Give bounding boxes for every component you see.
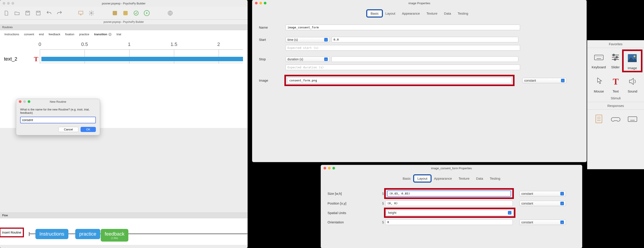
tab-consent[interactable]: consent xyxy=(22,32,36,37)
flow-node-practice[interactable]: practice xyxy=(75,229,100,239)
ok-button[interactable]: OK xyxy=(80,127,96,132)
close-icon[interactable] xyxy=(255,2,258,5)
minimize-icon[interactable] xyxy=(7,2,10,5)
compile-py-icon[interactable] xyxy=(112,10,118,17)
expected-start-input[interactable] xyxy=(286,45,520,51)
text-component-icon: T xyxy=(34,55,38,63)
image-update-select[interactable]: constant⌄ xyxy=(522,78,566,83)
units-select[interactable]: height⌄ xyxy=(386,210,514,215)
flow-node-feedback[interactable]: feedback (1.00s) xyxy=(101,229,128,241)
tab-basic[interactable]: Basic xyxy=(367,10,382,17)
zoom-icon[interactable] xyxy=(264,2,266,5)
routine-tabs: Instructions consent end feedback fixati… xyxy=(0,30,248,37)
close-icon[interactable] xyxy=(19,100,22,103)
form-icon xyxy=(593,113,605,125)
insert-routine-button[interactable]: Insert Routine xyxy=(0,228,23,237)
name-input[interactable] xyxy=(286,25,520,30)
tab-basic[interactable]: Basic xyxy=(399,175,414,182)
builder-toolbar xyxy=(0,7,248,20)
globe-icon[interactable] xyxy=(167,10,174,17)
tab-transition[interactable]: transition✕ xyxy=(92,32,114,37)
monitor-icon[interactable] xyxy=(78,10,84,17)
component-image[interactable]: Image xyxy=(624,51,641,71)
open-folder-icon[interactable] xyxy=(14,10,20,17)
tab-appearance[interactable]: Appearance xyxy=(431,175,455,182)
tab-texture[interactable]: Texture xyxy=(423,10,440,17)
component-slider[interactable]: Slider xyxy=(607,51,624,71)
start-type-select[interactable]: time (s)⌄ xyxy=(286,37,330,42)
stop-type-select[interactable]: duration (s)⌄ xyxy=(286,57,330,62)
svg-rect-0 xyxy=(26,11,30,15)
component-text[interactable]: T Text xyxy=(607,75,624,93)
minimize-icon[interactable] xyxy=(259,2,262,5)
tab-testing[interactable]: Testing xyxy=(486,175,504,182)
settings-icon[interactable] xyxy=(88,10,95,17)
position-update-select[interactable]: constant⌄ xyxy=(520,201,566,206)
svg-rect-2 xyxy=(36,11,40,15)
minimize-icon[interactable] xyxy=(328,167,331,170)
builder-titlebar: posner.psyexp - PsychoPy Builder xyxy=(0,0,248,7)
component-mouse[interactable]: Mouse xyxy=(590,75,607,93)
redo-icon[interactable] xyxy=(56,10,63,17)
component-keyboard-response[interactable] xyxy=(624,113,641,125)
size-input[interactable] xyxy=(387,191,511,197)
chevron-down-icon: ⌄ xyxy=(560,192,564,195)
tab-data[interactable]: Data xyxy=(440,10,454,17)
tab-trial[interactable]: trial xyxy=(114,32,123,37)
builder-subtitle: posner.psyexp - PsychoPy Builder xyxy=(0,20,248,25)
mouse-icon xyxy=(593,75,605,88)
undo-icon[interactable] xyxy=(46,10,52,17)
svg-point-22 xyxy=(614,59,616,60)
tab-practice[interactable]: practice xyxy=(77,32,92,37)
component-timeline-bar[interactable] xyxy=(42,57,243,61)
svg-rect-1 xyxy=(27,11,29,12)
tab-appearance[interactable]: Appearance xyxy=(398,10,423,17)
component-row-text2[interactable]: text_2 T xyxy=(4,53,243,65)
tab-instructions[interactable]: Instructions xyxy=(2,32,21,37)
chevron-down-icon: ⌄ xyxy=(560,220,564,224)
tab-layout[interactable]: Layout xyxy=(414,175,431,182)
svg-point-24 xyxy=(634,55,635,57)
flow-node-instructions[interactable]: Instructions xyxy=(36,229,68,239)
close-icon[interactable] xyxy=(3,2,5,5)
favorites-category-label: Favorites xyxy=(587,40,644,48)
zoom-icon[interactable] xyxy=(332,167,335,170)
text-icon: T xyxy=(610,75,622,88)
component-keyboard[interactable]: Keyboard xyxy=(590,51,607,71)
cancel-button[interactable]: Cancel xyxy=(58,127,78,132)
component-sound[interactable]: Sound xyxy=(624,75,641,93)
close-tab-icon[interactable]: ✕ xyxy=(108,33,112,36)
properties-tabs: Basic Layout Appearance Texture Data Tes… xyxy=(252,6,586,19)
orientation-input[interactable] xyxy=(385,219,513,225)
routine-name-input[interactable] xyxy=(20,117,96,123)
tab-testing[interactable]: Testing xyxy=(454,10,472,17)
tab-texture[interactable]: Texture xyxy=(455,175,473,182)
tab-feedback[interactable]: feedback xyxy=(46,32,63,37)
compile-js-icon[interactable] xyxy=(122,10,129,17)
close-icon[interactable] xyxy=(324,167,326,170)
expected-duration-input[interactable] xyxy=(286,65,520,70)
stop-label: Stop xyxy=(259,57,286,61)
new-routine-dialog: New Routine What is the name for the new… xyxy=(16,99,100,135)
save-icon[interactable] xyxy=(24,10,31,17)
tab-fixation[interactable]: fixation xyxy=(63,32,76,37)
tab-data[interactable]: Data xyxy=(473,175,486,182)
save-as-icon[interactable] xyxy=(35,10,42,17)
run-icon[interactable] xyxy=(144,10,150,17)
position-input[interactable] xyxy=(385,201,513,206)
zoom-icon[interactable] xyxy=(28,100,30,103)
orientation-update-select[interactable]: constant⌄ xyxy=(520,220,566,225)
stop-value-input[interactable] xyxy=(332,56,518,62)
component-form[interactable] xyxy=(590,113,607,125)
start-value-input[interactable] xyxy=(332,37,518,42)
image-path-input[interactable] xyxy=(287,78,512,83)
zoom-icon[interactable] xyxy=(12,2,14,5)
tab-end[interactable]: end xyxy=(37,32,46,37)
component-gamepad[interactable] xyxy=(607,113,624,125)
size-update-select[interactable]: constant⌄ xyxy=(520,191,566,196)
sync-icon[interactable] xyxy=(133,10,140,17)
new-file-icon[interactable] xyxy=(3,10,10,17)
properties-tabs: Basic Layout Appearance Texture Data Tes… xyxy=(321,171,582,184)
chevron-down-icon: ⌄ xyxy=(324,57,328,61)
tab-layout[interactable]: Layout xyxy=(382,10,398,17)
